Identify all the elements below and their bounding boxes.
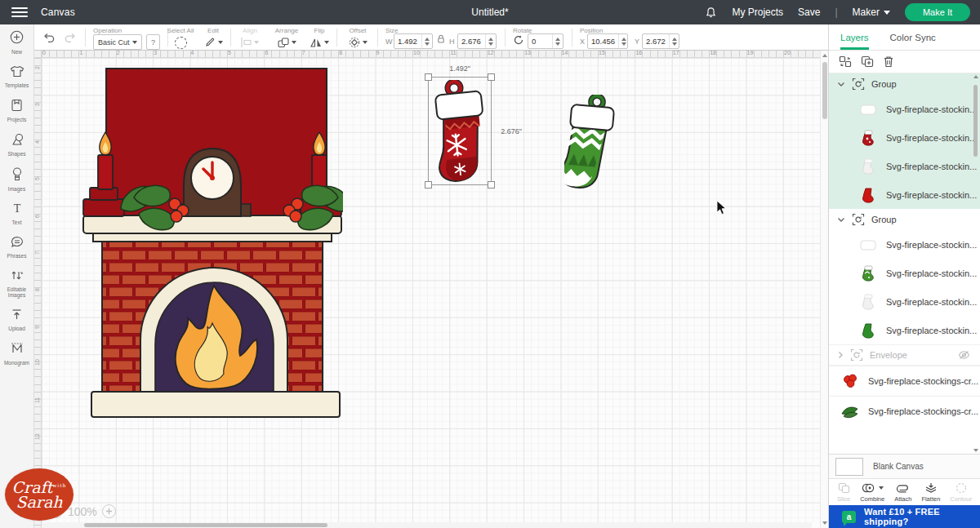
monogram-icon [10,342,24,355]
layers-scroll-down-arrow[interactable] [973,449,978,452]
green-stocking-artwork[interactable] [564,95,620,189]
flatten-button[interactable]: Flatten [921,482,940,503]
layer-thumbnail-holly-leaves [840,403,860,419]
vertical-scrollbar-thumb[interactable] [822,62,827,119]
position-y-input[interactable]: 2.672 [642,33,679,49]
visibility-off-icon[interactable] [958,350,970,360]
layers-scrollbar-thumb[interactable] [973,85,978,157]
height-stepper[interactable] [485,34,496,48]
attach-button[interactable]: Attach [894,482,911,503]
edit-button[interactable]: Edit [199,27,227,51]
blank-canvas-swatch[interactable] [835,458,863,476]
delete-trash-icon[interactable] [883,55,894,68]
layer-thumbnail-stocking-red [858,187,878,203]
layer-group-header[interactable]: Group [829,73,980,95]
sidebar-item-new[interactable]: New [0,24,33,60]
shapes-icon [10,133,24,146]
layer-row[interactable]: Svg-fireplace-stockings-cr... [829,366,980,396]
tab-layers[interactable]: Layers [840,24,869,50]
pencil-edit-icon [204,36,223,49]
layer-thumbnail-cuff-white [858,237,878,253]
rotate-icon[interactable] [513,34,524,49]
position-y-stepper[interactable] [669,34,679,48]
layer-row[interactable]: Svg-fireplace-stockin... [829,95,980,123]
ruler-number: 3 [34,103,40,106]
rotate-stepper[interactable] [552,34,563,48]
scroll-up-arrow[interactable] [822,54,827,57]
vertical-scrollbar[interactable] [820,51,828,528]
chevron-down-icon[interactable] [837,81,845,87]
sidebar-item-label: Images [1,186,33,192]
design-canvas[interactable]: 01234567891011121314151617181920 2345678… [34,51,820,528]
duplicate-icon[interactable] [861,55,874,68]
width-stepper[interactable] [421,34,432,48]
layer-row[interactable]: Svg-fireplace-stockin... [829,230,980,259]
red-stocking-artwork[interactable] [431,80,490,183]
save-link[interactable]: Save [798,7,820,18]
position-x-input[interactable]: 10.456 [587,33,628,49]
width-input[interactable]: 1.492 [394,33,433,49]
sidebar-item-projects[interactable]: Projects [0,93,33,127]
operation-value: Basic Cut [98,38,130,47]
operation-select[interactable]: Basic Cut [93,34,142,50]
select-all-button[interactable]: Select All [162,27,199,52]
sidebar-item-editable-images[interactable]: Editable Images [0,264,33,303]
layer-row[interactable]: Svg-fireplace-stockin... [829,316,980,344]
layer-row[interactable]: Svg-fireplace-stockings-cr... [829,396,980,426]
make-it-button[interactable]: Make It [905,3,970,21]
layer-name: Svg-fireplace-stockings-cr... [868,406,978,416]
size-lock-icon[interactable] [436,33,446,47]
horizontal-scrollbar[interactable] [42,522,812,528]
ruler-number: 6 [34,215,40,218]
layer-group-header[interactable]: Envelope [829,344,980,366]
rotate-input[interactable]: 0 [528,33,564,49]
sidebar-item-upload[interactable]: Upload [0,303,33,336]
layer-row[interactable]: Svg-fireplace-stockin... [829,180,980,209]
redo-icon[interactable] [64,31,77,47]
machine-selector[interactable]: Maker [853,7,890,18]
ruler-number: 3 [154,51,157,55]
sidebar-item-shapes[interactable]: Shapes [0,127,33,162]
layer-group-header[interactable]: Group [829,209,980,230]
hamburger-menu-icon[interactable] [11,7,28,17]
flip-button[interactable]: Flip [305,27,333,51]
sidebar-item-text[interactable]: T Text [0,197,33,230]
position-x-value: 10.456 [588,37,618,46]
promo-banner[interactable]: a Want £10 + FREE shipping? [829,505,980,528]
tab-color-sync[interactable]: Color Sync [890,24,936,50]
sidebar-item-templates[interactable]: Templates [0,60,33,93]
layers-scrollbar[interactable] [973,75,979,452]
ruler-number: 17 [673,51,679,55]
my-projects-link[interactable]: My Projects [732,7,783,18]
scroll-down-arrow[interactable] [822,521,827,525]
position-x-stepper[interactable] [618,34,628,48]
ruler-number: 6 [265,51,268,55]
arrange-button[interactable]: Arrange [268,27,305,51]
action-label: Combine [860,495,884,503]
horizontal-scrollbar-thumb[interactable] [84,523,327,527]
layers-scroll-up-arrow[interactable] [973,75,978,78]
offset-button[interactable]: Offset [341,27,374,51]
blank-canvas-row[interactable]: Blank Canvas [829,454,980,478]
chevron-right-icon[interactable] [837,351,844,359]
combine-button[interactable]: Combine [860,482,884,503]
ungroup-icon[interactable] [839,55,852,68]
machine-name: Maker [853,7,880,18]
zoom-in-button[interactable] [102,504,116,518]
ruler-number: 1 [79,51,82,55]
notifications-bell-icon[interactable] [705,7,717,19]
operation-help-button[interactable]: ? [146,34,160,50]
layer-name: Svg-fireplace-stockin... [886,326,977,335]
layer-row[interactable]: Svg-fireplace-stockin... [829,287,980,316]
layer-row[interactable]: Svg-fireplace-stockin... [829,259,980,287]
sidebar-item-images[interactable]: Images [0,162,33,197]
x-field-label: X [580,38,585,46]
sidebar-item-monogram[interactable]: Monogram [0,336,33,370]
sidebar-item-phrases[interactable]: Phrases [0,230,33,264]
fireplace-artwork[interactable] [82,65,343,421]
chevron-down-icon[interactable] [837,216,845,223]
layer-row[interactable]: Svg-fireplace-stockin... [829,123,980,152]
height-input[interactable]: 2.676 [457,33,497,49]
undo-icon[interactable] [42,31,56,47]
layer-row[interactable]: Svg-fireplace-stockin... [829,152,980,180]
